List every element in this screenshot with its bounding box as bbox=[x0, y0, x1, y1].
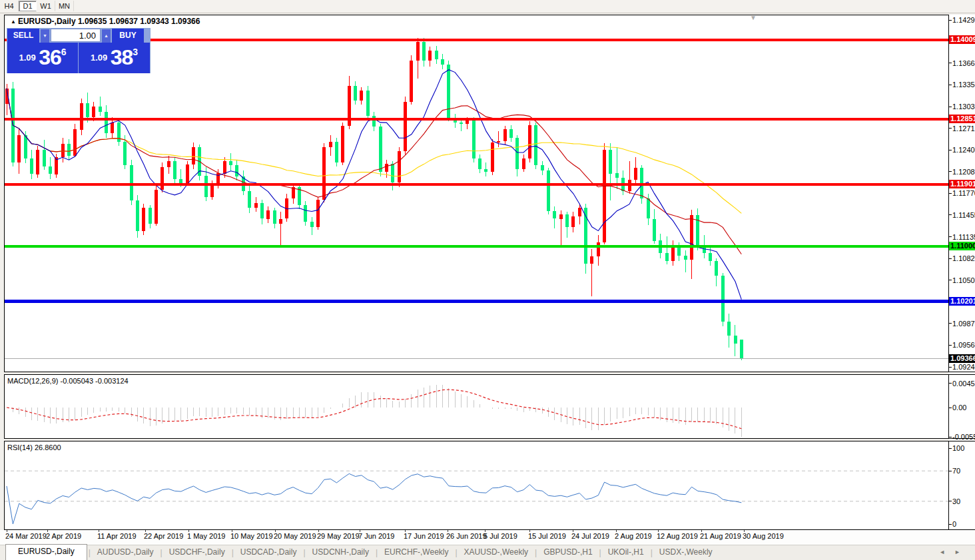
lot-increase-button[interactable]: ▲ bbox=[101, 29, 111, 43]
chart-tab-usdcad-daily[interactable]: USDCAD-,Daily bbox=[234, 545, 304, 560]
tab-scroll-left-icon[interactable]: ◄ bbox=[939, 549, 954, 555]
candle-body bbox=[597, 242, 600, 257]
candle-body bbox=[671, 246, 675, 262]
price-badge: 1.10201 bbox=[949, 297, 975, 306]
chart-tab-gbpusd-h1[interactable]: GBPUSD-,H1 bbox=[537, 545, 599, 560]
date-label: 26 Jun 2019 bbox=[446, 532, 487, 540]
price-axis-tick: 1.13350 bbox=[952, 81, 975, 89]
timeframe-button-mn[interactable]: MN bbox=[55, 1, 74, 11]
candle-body bbox=[677, 246, 681, 256]
sell-button[interactable]: SELL bbox=[7, 29, 39, 43]
candle-body bbox=[254, 203, 258, 208]
candle-body bbox=[528, 125, 531, 158]
candle-body bbox=[398, 151, 401, 182]
candle-body bbox=[404, 102, 407, 151]
candle-body bbox=[248, 191, 251, 208]
price-chart[interactable] bbox=[0, 0, 975, 560]
candle-body bbox=[105, 112, 108, 133]
axis-ticks bbox=[949, 20, 975, 530]
price-axis-tick: 1.10820 bbox=[952, 254, 975, 262]
candle-body bbox=[740, 340, 743, 358]
candle-body bbox=[136, 200, 139, 231]
price-badge: 1.11000 bbox=[949, 242, 975, 250]
date-label: 20 May 2019 bbox=[274, 532, 316, 540]
date-label: 21 Aug 2019 bbox=[700, 532, 741, 540]
candle-body bbox=[123, 142, 127, 165]
macd-axis-tick: 0.00 bbox=[952, 404, 966, 412]
candle-body bbox=[491, 142, 494, 172]
time-axis: 24 Mar 20192 Apr 201911 Apr 201922 Apr 2… bbox=[0, 530, 975, 545]
rsi-axis-tick: 0 bbox=[952, 520, 956, 528]
chart-tab-eurchf-weekly[interactable]: EURCHF-,Weekly bbox=[378, 545, 455, 560]
tab-scroll-right-icon[interactable]: ► bbox=[954, 549, 970, 555]
sell-price-sup: 6 bbox=[61, 47, 67, 57]
candle-body bbox=[341, 126, 344, 162]
date-label: 24 Mar 2019 bbox=[5, 532, 47, 540]
price-axis-tick: 1.13030 bbox=[952, 103, 975, 111]
chart-tab-usdcnh-daily[interactable]: USDCNH-,Daily bbox=[306, 545, 376, 560]
candle-body bbox=[497, 141, 500, 142]
candle-body bbox=[653, 219, 656, 241]
chart-title-text: EURUSD-,Daily 1.09635 1.09637 1.09343 1.… bbox=[18, 17, 200, 26]
date-label: 30 Aug 2019 bbox=[743, 532, 784, 540]
timeframe-button-h4[interactable]: H4 bbox=[0, 1, 19, 11]
candle-body bbox=[266, 210, 270, 218]
timeframe-button-d1[interactable]: D1 bbox=[19, 1, 37, 11]
rsi-axis-tick: 70 bbox=[952, 467, 960, 475]
candle-body bbox=[460, 123, 463, 124]
price-axis-tick: 1.11135 bbox=[952, 233, 975, 241]
candle-body bbox=[329, 142, 332, 147]
buy-price[interactable]: 1.09 383 bbox=[79, 43, 150, 73]
candle-body bbox=[49, 166, 52, 174]
chart-tab-audusd-daily[interactable]: AUDUSD-,Daily bbox=[91, 545, 161, 560]
date-label: 29 May 2019 bbox=[317, 532, 360, 540]
candle-body bbox=[522, 158, 525, 170]
candle-body bbox=[416, 42, 420, 61]
chart-tab-usdchf-daily[interactable]: USDCHF-,Daily bbox=[162, 545, 232, 560]
candle-body bbox=[30, 158, 33, 174]
candle-body bbox=[43, 150, 46, 166]
candle-body bbox=[385, 164, 388, 172]
candle-body bbox=[304, 205, 307, 222]
lot-size-input[interactable] bbox=[51, 29, 101, 42]
candle-body bbox=[335, 142, 338, 162]
date-label: 5 Jul 2019 bbox=[484, 532, 517, 540]
date-label: 10 May 2019 bbox=[230, 532, 273, 540]
buy-price-big: 38 bbox=[111, 45, 133, 69]
candle-body bbox=[273, 210, 276, 224]
candle-body bbox=[441, 59, 444, 64]
buy-price-sup: 3 bbox=[133, 47, 138, 57]
collapse-icon[interactable]: ▲ bbox=[11, 19, 16, 25]
price-axis-tick: 1.09560 bbox=[952, 341, 975, 349]
candle-body bbox=[515, 138, 519, 169]
candle-body bbox=[61, 144, 65, 157]
price-axis-tick: 1.12400 bbox=[952, 146, 975, 154]
price-axis-tick: 1.09240 bbox=[952, 363, 975, 371]
candle-body bbox=[316, 200, 320, 227]
candle-body bbox=[466, 120, 469, 124]
candle-body bbox=[615, 173, 619, 177]
candle-body bbox=[73, 129, 77, 155]
lot-decrease-button[interactable]: ▼ bbox=[40, 29, 50, 43]
candle-body bbox=[553, 211, 556, 218]
chart-tab-xauusd-weekly[interactable]: XAUUSD-,Weekly bbox=[458, 545, 535, 560]
buy-button[interactable]: BUY bbox=[112, 29, 144, 43]
timeframe-button-w1[interactable]: W1 bbox=[37, 1, 55, 11]
candle-body bbox=[204, 176, 208, 197]
chart-tab-eurusd-daily[interactable]: EURUSD-,Daily bbox=[5, 544, 87, 560]
chart-tab-bar: EURUSD-,Daily|AUDUSD-,Daily|USDCHF-,Dail… bbox=[0, 545, 975, 560]
candle-body bbox=[80, 103, 83, 129]
ma-slow-line bbox=[7, 89, 741, 214]
rsi-label: RSI(14) 26.8600 bbox=[7, 443, 61, 451]
sell-price[interactable]: 1.09 366 bbox=[7, 43, 78, 73]
date-label: 1 May 2019 bbox=[187, 532, 225, 540]
candle-body bbox=[99, 107, 102, 111]
chart-tab-usdx-weekly[interactable]: USDX-,Weekly bbox=[653, 545, 719, 560]
price-axis-tick: 1.11455 bbox=[952, 211, 975, 219]
candle-body bbox=[322, 147, 326, 199]
candle-body bbox=[410, 61, 413, 102]
price-badge: 1.09366 bbox=[949, 354, 975, 363]
candle-body bbox=[354, 86, 357, 101]
tab-scroll-arrows[interactable]: ◄► bbox=[939, 549, 970, 555]
chart-tab-ukoil-h1[interactable]: UKOil-,H1 bbox=[601, 545, 651, 560]
